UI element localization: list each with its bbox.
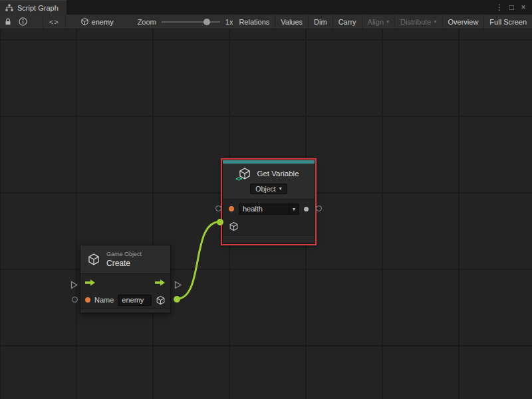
window-menu-icon[interactable]: ⋮ [493, 0, 505, 15]
distribute-dropdown-button[interactable]: Distribute ▾ [394, 15, 442, 29]
graph-object-name: enemy [92, 18, 114, 26]
node-title: Create [106, 259, 142, 268]
object-input-row [223, 218, 315, 235]
gameobject-cube-icon [87, 253, 100, 266]
node-create[interactable]: Game Object Create Name enemy [80, 245, 171, 313]
name-input-port[interactable] [215, 205, 221, 211]
flow-in-arrow-icon [85, 279, 96, 287]
zoom-slider-track [162, 21, 220, 23]
graph-toolbar: <> enemy Zoom 1x Relations Values Dim C [0, 15, 532, 29]
zoom-value: 1x [225, 18, 233, 26]
flow-row [80, 274, 170, 291]
graph-icon [5, 4, 13, 12]
result-cube-icon [156, 295, 166, 305]
cube-icon [80, 17, 89, 26]
overview-button[interactable]: Overview [442, 15, 484, 29]
toolbar-separator [65, 15, 66, 29]
gameobject-cube-icon [229, 221, 239, 231]
node-get-variable[interactable]: <> Get Variable Object ▾ health ▾ [222, 160, 315, 244]
param-label: Name [94, 296, 114, 304]
node-header: <> Get Variable Object ▾ [223, 164, 315, 199]
graph-object-field[interactable]: enemy [75, 15, 119, 29]
info-button[interactable] [15, 15, 31, 29]
variable-cube-icon: <> [238, 167, 251, 180]
unity-script-graph-window: { "titlebar": { "tab": "Script Graph", "… [0, 0, 532, 399]
result-output-port[interactable] [174, 296, 180, 303]
zoom-label: Zoom [138, 18, 156, 26]
connection-edge[interactable] [177, 222, 220, 299]
value-input-dot [229, 206, 234, 211]
value-input-dot [85, 297, 90, 303]
align-dropdown-button[interactable]: Align ▾ [362, 15, 394, 29]
value-output-port[interactable] [316, 205, 322, 211]
toolbar-button-group: Relations Values Dim Carry Align ▾ Distr… [233, 15, 532, 29]
relations-button[interactable]: Relations [233, 15, 275, 29]
values-button[interactable]: Values [275, 15, 308, 29]
object-input-port[interactable] [217, 219, 223, 225]
code-icon: <> [49, 18, 59, 26]
node-header: Game Object Create [80, 245, 170, 273]
node-category: Game Object [106, 251, 142, 257]
graph-canvas[interactable]: <> Get Variable Object ▾ health ▾ [0, 29, 532, 399]
tab-label: Script Graph [17, 4, 59, 12]
tab-script-graph[interactable]: Script Graph [0, 0, 66, 15]
flow-output-port[interactable] [174, 281, 182, 289]
lock-button[interactable] [0, 15, 15, 29]
variable-name-dropdown[interactable]: ▾ [289, 204, 299, 214]
name-param-row: Name enemy [80, 291, 170, 309]
chevron-down-icon: ▾ [434, 19, 437, 25]
close-icon[interactable]: × [517, 0, 529, 15]
chevron-down-icon: ▾ [386, 19, 389, 25]
node-footer [80, 309, 170, 313]
flow-input-port[interactable] [70, 281, 78, 289]
window-controls: ⋮ □ × [493, 0, 532, 15]
fullscreen-button[interactable]: Full Screen [483, 15, 532, 29]
carry-button[interactable]: Carry [332, 15, 362, 29]
zoom-slider[interactable] [162, 15, 220, 29]
titlebar: Script Graph ⋮ □ × [0, 0, 532, 15]
node-footer [223, 235, 315, 243]
lock-icon [4, 18, 12, 26]
maximize-icon[interactable]: □ [505, 0, 517, 15]
code-button[interactable]: <> [43, 15, 65, 29]
variable-name-field[interactable]: health ▾ [239, 203, 299, 215]
dim-button[interactable]: Dim [308, 15, 332, 29]
zoom-slider-handle[interactable] [203, 19, 210, 25]
variable-scope-dropdown[interactable]: Object ▾ [250, 184, 287, 194]
zoom-control: Zoom 1x [138, 15, 233, 29]
chevron-down-icon: ▾ [279, 186, 282, 192]
name-input-port[interactable] [72, 297, 78, 303]
code-badge-icon: <> [235, 176, 241, 182]
node-title: Get Variable [257, 170, 299, 178]
variable-name-row: health ▾ [223, 200, 315, 218]
info-icon [19, 17, 27, 26]
name-input-field[interactable]: enemy [118, 295, 152, 306]
flow-out-arrow-icon [155, 279, 166, 287]
value-output-dot [304, 207, 309, 211]
